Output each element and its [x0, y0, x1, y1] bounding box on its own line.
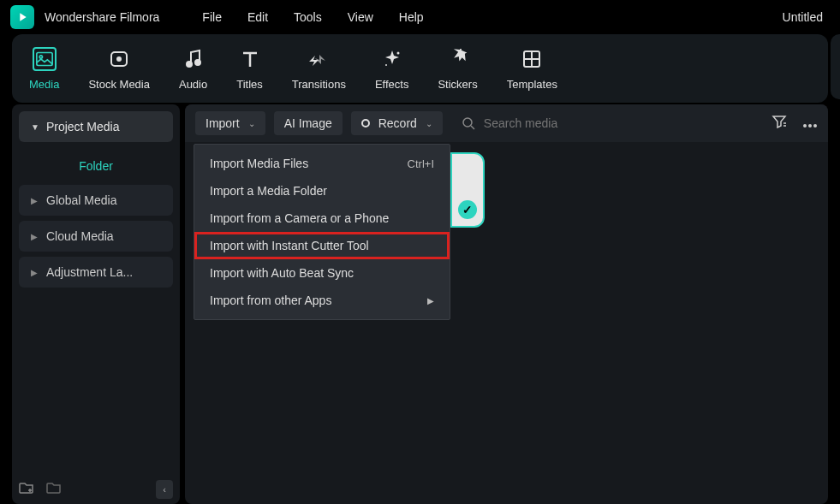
- sidebar-item-label: Cloud Media: [46, 229, 114, 243]
- toolbar-templates-label: Templates: [507, 78, 557, 91]
- toolbar-stickers[interactable]: Stickers: [438, 47, 477, 91]
- menu-tools[interactable]: Tools: [294, 10, 322, 24]
- dropdown-item-label: Import with Instant Cutter Tool: [210, 239, 369, 252]
- menu-edit[interactable]: Edit: [247, 10, 268, 24]
- audio-icon: [182, 47, 206, 71]
- media-thumbnail-partial[interactable]: ✓: [450, 152, 485, 228]
- templates-icon: [520, 47, 544, 71]
- svg-point-3: [187, 62, 192, 67]
- dropdown-item-label: Import with Auto Beat Sync: [210, 266, 354, 280]
- toolbar-stock-media-label: Stock Media: [88, 78, 150, 91]
- document-title: Untitled: [783, 10, 823, 24]
- app-logo-icon: [10, 5, 34, 29]
- toolbar-templates[interactable]: Templates: [507, 47, 557, 91]
- menu-help[interactable]: Help: [399, 10, 424, 24]
- app-title: Wondershare Filmora: [45, 10, 159, 24]
- chevron-right-icon: ▶: [31, 268, 38, 277]
- checkmark-icon: ✓: [458, 200, 477, 219]
- dropdown-shortcut: Ctrl+I: [408, 157, 434, 170]
- svg-point-10: [808, 124, 812, 127]
- record-icon: [361, 119, 370, 127]
- chevron-right-icon: ▶: [427, 296, 434, 305]
- transitions-icon: [307, 47, 331, 71]
- svg-point-2: [117, 57, 121, 61]
- effects-icon: [380, 47, 404, 71]
- more-options-icon[interactable]: [802, 116, 818, 131]
- stickers-icon: [446, 47, 470, 71]
- import-label: Import: [206, 116, 240, 130]
- chevron-down-icon: ⌄: [426, 119, 432, 128]
- sidebar-item-adjustment-layer[interactable]: ▶ Adjustment La...: [19, 257, 173, 288]
- toolbar-titles-label: Titles: [236, 78, 263, 91]
- content-panel: Import ⌄ AI Image Record ⌄ ✓: [185, 104, 828, 504]
- right-panel-edge: [831, 34, 840, 99]
- filter-icon[interactable]: [771, 115, 787, 132]
- title-bar: Wondershare Filmora File Edit Tools View…: [0, 0, 840, 34]
- sidebar: ▼ Project Media Folder ▶ Global Media ▶ …: [12, 104, 180, 504]
- main-toolbar: Media Stock Media Audio Titles Transitio…: [12, 34, 828, 103]
- sidebar-item-global-media[interactable]: ▶ Global Media: [19, 185, 173, 216]
- dropdown-import-other-apps[interactable]: Import from other Apps ▶: [194, 287, 450, 314]
- dropdown-import-media-files[interactable]: Import Media Files Ctrl+I: [194, 150, 450, 177]
- titles-icon: [238, 47, 262, 71]
- svg-point-4: [195, 60, 200, 65]
- record-button[interactable]: Record ⌄: [351, 111, 443, 135]
- dropdown-import-media-folder[interactable]: Import a Media Folder: [194, 177, 450, 205]
- dropdown-item-label: Import from other Apps: [210, 294, 331, 307]
- search-input[interactable]: [484, 116, 655, 130]
- chevron-down-icon: ▼: [31, 122, 39, 132]
- new-folder-icon[interactable]: [19, 481, 34, 498]
- folder-icon[interactable]: [46, 481, 62, 498]
- svg-point-6: [385, 64, 387, 66]
- svg-point-1: [39, 55, 42, 57]
- toolbar-media-label: Media: [29, 78, 59, 91]
- collapse-sidebar-button[interactable]: ‹: [156, 480, 173, 499]
- dropdown-item-label: Import from a Camera or a Phone: [210, 211, 389, 225]
- svg-point-9: [803, 124, 807, 127]
- menu-view[interactable]: View: [348, 10, 373, 24]
- menu-file[interactable]: File: [202, 10, 222, 24]
- sidebar-bottom-bar: ‹: [19, 480, 173, 499]
- svg-point-5: [396, 51, 399, 54]
- svg-rect-0: [37, 52, 52, 65]
- dropdown-import-camera-phone[interactable]: Import from a Camera or a Phone: [194, 205, 450, 232]
- sidebar-item-label: Adjustment La...: [46, 265, 133, 279]
- toolbar-effects-label: Effects: [375, 78, 409, 91]
- svg-point-11: [813, 124, 817, 127]
- import-button[interactable]: Import ⌄: [195, 111, 265, 135]
- stock-media-icon: [107, 47, 131, 71]
- toolbar-transitions[interactable]: Transitions: [292, 47, 346, 91]
- dropdown-import-instant-cutter[interactable]: Import with Instant Cutter Tool: [194, 232, 450, 259]
- search-wrap: [462, 116, 655, 130]
- toolbar-audio-label: Audio: [179, 78, 207, 91]
- content-toolbar: Import ⌄ AI Image Record ⌄: [185, 104, 828, 142]
- dropdown-item-label: Import Media Files: [210, 157, 308, 170]
- menu-bar: File Edit Tools View Help: [202, 10, 423, 24]
- record-label: Record: [378, 116, 417, 130]
- toolbar-audio[interactable]: Audio: [179, 47, 207, 91]
- toolbar-titles[interactable]: Titles: [236, 47, 263, 91]
- chevron-down-icon: ⌄: [248, 119, 255, 128]
- toolbar-stickers-label: Stickers: [438, 78, 477, 91]
- folder-button[interactable]: Folder: [19, 147, 173, 185]
- toolbar-transitions-label: Transitions: [292, 78, 346, 91]
- sidebar-item-cloud-media[interactable]: ▶ Cloud Media: [19, 221, 173, 252]
- chevron-right-icon: ▶: [31, 196, 38, 205]
- toolbar-effects[interactable]: Effects: [375, 47, 409, 91]
- dropdown-import-auto-beat[interactable]: Import with Auto Beat Sync: [194, 259, 450, 287]
- ai-image-button[interactable]: AI Image: [274, 111, 343, 135]
- media-icon: [33, 47, 57, 71]
- sidebar-item-label: Global Media: [46, 193, 117, 207]
- project-media-label: Project Media: [46, 120, 120, 133]
- toolbar-stock-media[interactable]: Stock Media: [88, 47, 150, 91]
- svg-point-8: [463, 118, 472, 127]
- import-dropdown-menu: Import Media Files Ctrl+I Import a Media…: [194, 144, 450, 320]
- ai-image-label: AI Image: [284, 116, 332, 130]
- dropdown-item-label: Import a Media Folder: [210, 184, 327, 198]
- toolbar-media[interactable]: Media: [29, 47, 59, 91]
- chevron-right-icon: ▶: [31, 232, 38, 241]
- search-icon: [462, 116, 475, 130]
- project-media-dropdown[interactable]: ▼ Project Media: [19, 111, 173, 142]
